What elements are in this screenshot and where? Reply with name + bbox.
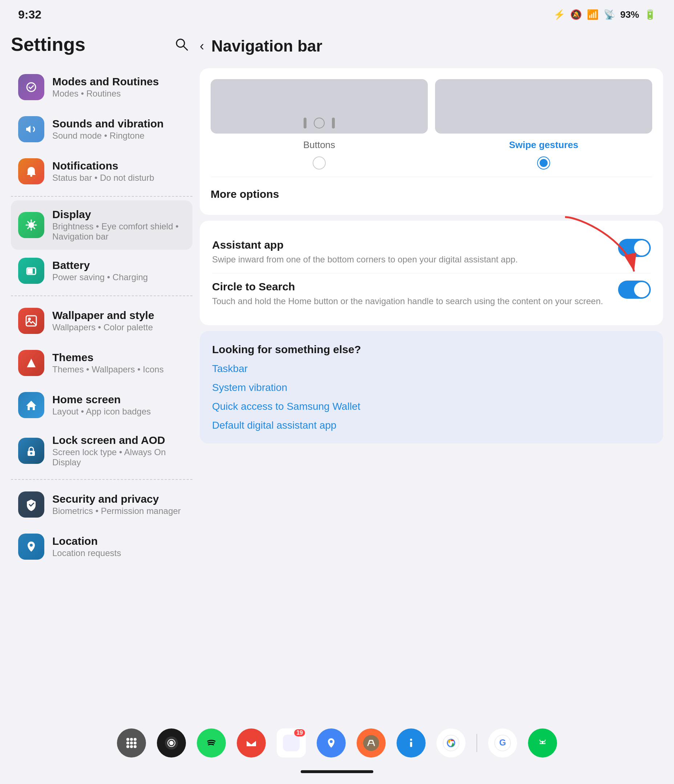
toggle-section: Assistant app Swipe inward from one of t… [200, 221, 663, 325]
sidebar-item-wallpaper[interactable]: Wallpaper and style Wallpapers • Color p… [11, 300, 192, 342]
divider-2 [11, 296, 192, 296]
mute-icon: 🔕 [570, 9, 582, 20]
craft-app[interactable] [357, 728, 386, 758]
sounds-icon [18, 116, 44, 142]
svg-point-16 [126, 742, 129, 744]
sidebar-item-display[interactable]: Display Brightness • Eye comfort shield … [11, 201, 192, 250]
maps-app[interactable] [317, 728, 346, 758]
svg-point-19 [126, 745, 129, 748]
security-sub: Biometrics • Permission manager [52, 506, 181, 516]
home-button-preview [314, 118, 325, 129]
assistant-app-item: Assistant app Swipe inward from one of t… [212, 232, 651, 273]
suggestion-vibration[interactable]: System vibration [212, 382, 651, 394]
divider-1 [11, 196, 192, 197]
sidebar-item-location[interactable]: Location Location requests [11, 526, 192, 568]
circle-search-item: Circle to Search Touch and hold the Home… [212, 273, 651, 315]
svg-point-20 [130, 745, 133, 748]
divider-3 [11, 479, 192, 480]
themes-name: Themes [52, 352, 164, 364]
modes-icon [18, 74, 44, 100]
suggestion-wallet[interactable]: Quick access to Samsung Wallet [212, 401, 651, 412]
sidebar-item-security[interactable]: Security and privacy Biometrics • Permis… [11, 484, 192, 526]
buttons-radio[interactable] [313, 156, 326, 170]
wifi-icon: 📶 [587, 9, 599, 20]
svg-text:G: G [499, 737, 506, 747]
sidebar-item-battery[interactable]: Battery Power saving • Charging [11, 250, 192, 292]
google-app[interactable]: G [488, 728, 517, 758]
wallpaper-text: Wallpaper and style Wallpapers • Color p… [52, 309, 154, 333]
lockscreen-sub: Screen lock type • Always On Display [52, 447, 185, 468]
apps19-app[interactable]: 19 [277, 728, 306, 758]
suggestion-taskbar[interactable]: Taskbar [212, 363, 651, 375]
lockscreen-name: Lock screen and AOD [52, 434, 185, 446]
svg-point-15 [134, 738, 137, 741]
homescreen-sub: Layout • App icon badges [52, 406, 151, 417]
search-button[interactable] [171, 33, 192, 55]
sounds-sub: Sound mode • Ringtone [52, 131, 164, 141]
app-drawer-button[interactable] [117, 728, 146, 758]
battery-sub: Power saving • Charging [52, 272, 148, 282]
info-app[interactable] [396, 728, 426, 758]
sidebar-item-lockscreen[interactable]: Lock screen and AOD Screen lock type • A… [11, 426, 192, 476]
location-sub: Location requests [52, 548, 121, 558]
buttons-icons [304, 118, 335, 129]
nav-option-swipe[interactable]: Swipe gestures [435, 79, 652, 170]
gmail-app[interactable] [237, 728, 266, 758]
nav-panel: ‹ Navigation bar Buttons [200, 33, 663, 716]
sidebar-item-modes[interactable]: Modes and Routines Modes • Routines [11, 66, 192, 108]
sidebar-item-homescreen[interactable]: Home screen Layout • App icon badges [11, 384, 192, 426]
battery-icon: 🔋 [644, 9, 656, 20]
svg-point-24 [169, 741, 173, 745]
camera-app[interactable] [157, 728, 186, 758]
android-app[interactable] [528, 728, 557, 758]
suggestions-title: Looking for something else? [212, 343, 651, 356]
nav-panel-title: Navigation bar [211, 37, 323, 55]
sidebar-item-notifications[interactable]: Notifications Status bar • Do not distur… [11, 150, 192, 192]
battery-level: 93% [620, 9, 639, 20]
sidebar-item-sounds[interactable]: Sounds and vibration Sound mode • Ringto… [11, 108, 192, 150]
notifications-sub: Status bar • Do not disturb [52, 173, 154, 183]
svg-point-10 [30, 452, 32, 454]
homescreen-name: Home screen [52, 394, 151, 406]
nav-options-divider [211, 177, 652, 177]
settings-title-text: Settings [11, 33, 85, 55]
status-icons: ⚡ 🔕 📶 📡 93% 🔋 [554, 9, 656, 20]
circle-text-container: Circle to Search Touch and hold the Home… [212, 281, 611, 307]
svg-point-39 [540, 742, 542, 744]
chrome-app[interactable] [437, 728, 466, 758]
svg-point-17 [130, 742, 133, 744]
swipe-radio[interactable] [537, 156, 550, 170]
wallpaper-icon [18, 308, 44, 334]
nav-type-selector: Buttons Swipe gestures More options [200, 68, 663, 215]
swipe-label: Swipe gestures [509, 139, 579, 151]
modes-sub: Modes • Routines [52, 89, 159, 99]
home-indicator [301, 770, 373, 773]
buttons-label: Buttons [303, 139, 335, 151]
themes-text: Themes Themes • Wallpapers • Icons [52, 352, 164, 375]
main-container: Settings Modes and Routines Modes • Rout… [0, 26, 674, 719]
status-bar: 9:32 ⚡ 🔕 📶 📡 93% 🔋 [0, 0, 674, 26]
sidebar-item-themes[interactable]: Themes Themes • Wallpapers • Icons [11, 342, 192, 384]
lockscreen-icon [18, 438, 44, 464]
location-icon [18, 534, 44, 560]
circle-toggle[interactable] [618, 281, 651, 299]
security-text: Security and privacy Biometrics • Permis… [52, 493, 181, 516]
nav-option-buttons[interactable]: Buttons [211, 79, 428, 170]
bluetooth-icon: ⚡ [554, 9, 565, 20]
svg-rect-33 [410, 742, 412, 747]
bottom-separator [476, 734, 477, 752]
svg-point-26 [243, 735, 259, 751]
assistant-toggle[interactable] [618, 239, 651, 257]
svg-point-32 [410, 739, 412, 741]
notifications-icon [18, 158, 44, 184]
nav-options-container: Buttons Swipe gestures [211, 79, 652, 170]
back-button[interactable]: ‹ [200, 39, 204, 54]
settings-header: Settings [11, 33, 192, 55]
svg-point-8 [28, 317, 31, 320]
suggestion-assistant[interactable]: Default digital assistant app [212, 420, 651, 431]
security-name: Security and privacy [52, 493, 181, 505]
svg-point-25 [203, 735, 219, 751]
settings-panel: Settings Modes and Routines Modes • Rout… [11, 33, 192, 716]
svg-point-11 [30, 544, 33, 547]
spotify-app[interactable] [197, 728, 226, 758]
